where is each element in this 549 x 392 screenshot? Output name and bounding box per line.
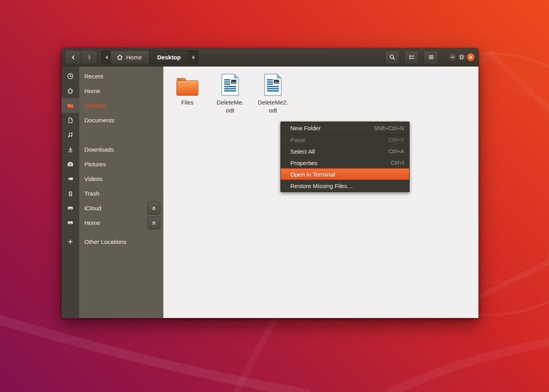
back-icon — [70, 54, 76, 61]
home-breadcrumb-icon — [116, 54, 123, 61]
path-bar: Home Desktop — [101, 50, 198, 64]
close-icon — [469, 55, 473, 59]
home-icon — [67, 88, 74, 94]
sidebar-item-other-locations[interactable]: Other Locations — [61, 234, 163, 249]
camera-icon — [67, 161, 74, 167]
file-name-line2: odt — [258, 107, 288, 114]
menu-item-shortcut: Ctrl+V — [389, 137, 404, 143]
menu-item-label: Paste — [290, 137, 305, 143]
eject-home-button[interactable] — [147, 216, 160, 229]
breadcrumb-home-label: Home — [126, 54, 142, 61]
folder-icon — [67, 102, 74, 109]
menu-item-shortcut: Shift+Ctrl+N — [374, 125, 404, 131]
sidebar-item-label: Documents — [79, 117, 114, 124]
breadcrumb-desktop[interactable]: Desktop — [149, 51, 189, 64]
document-icon — [67, 117, 74, 124]
sidebar-item-label: Trash — [79, 190, 99, 197]
context-menu: New Folder Shift+Ctrl+N Paste Ctrl+V Sel… — [280, 122, 410, 192]
menu-item-open-in-terminal[interactable]: Open in Terminal — [281, 168, 409, 180]
file-item-deleteme[interactable]: DeleteMe. odt — [211, 72, 249, 114]
folder-large-icon — [175, 77, 199, 97]
menu-item-restore-missing-files[interactable]: Restore Missing Files… — [281, 180, 409, 191]
path-scroll-left-button[interactable] — [102, 51, 111, 64]
file-name-line2: odt — [217, 107, 244, 114]
sidebar-item-home-drive[interactable]: Home — [61, 215, 163, 230]
sidebar-item-label: Desktop — [79, 102, 106, 109]
sidebar-item-pictures[interactable]: Pictures — [61, 157, 163, 171]
sidebar-item-music[interactable] — [61, 127, 163, 142]
writer-document-icon — [263, 73, 283, 97]
sidebar-item-label: Recent — [79, 73, 103, 80]
menu-item-shortcut: Ctrl+I — [391, 160, 404, 166]
breadcrumb-desktop-label: Desktop — [157, 54, 181, 61]
path-scroll-right-button[interactable] — [189, 51, 198, 64]
sidebar-item-trash[interactable]: Trash — [61, 186, 163, 201]
menu-item-label: Restore Missing Files… — [290, 183, 353, 189]
breadcrumb-home[interactable]: Home — [111, 51, 149, 64]
sidebar-item-label: Videos — [79, 175, 103, 182]
view-toggle-button[interactable] — [404, 50, 419, 64]
eject-icon — [151, 220, 157, 226]
search-icon — [389, 54, 396, 61]
sidebar-item-documents[interactable]: Documents — [61, 113, 163, 127]
sidebar-item-label: Home — [79, 219, 100, 226]
headerbar-separator — [444, 52, 444, 63]
plus-icon — [67, 239, 73, 245]
path-next-icon — [193, 55, 195, 59]
video-camera-icon — [67, 175, 74, 182]
sidebar-item-downloads[interactable]: Downloads — [61, 142, 163, 157]
path-prev-icon — [105, 55, 108, 59]
menu-item-label: Select All — [290, 148, 315, 155]
sidebar-item-videos[interactable]: Videos — [61, 171, 163, 186]
clock-icon — [67, 73, 74, 80]
forward-icon — [86, 54, 92, 61]
back-button[interactable] — [65, 51, 81, 64]
maximize-icon — [459, 55, 464, 59]
writer-document-icon — [220, 73, 240, 97]
sidebar-item-label: Pictures — [79, 161, 106, 167]
menu-item-select-all[interactable]: Select All Ctrl+A — [281, 145, 409, 157]
menu-item-paste[interactable]: Paste Ctrl+V — [281, 134, 409, 145]
sidebar-item-label: Downloads — [79, 146, 114, 153]
file-view-area[interactable]: Files — [163, 67, 478, 318]
file-name-line1: Files — [181, 99, 194, 107]
menu-item-properties[interactable]: Properties Ctrl+I — [281, 157, 409, 168]
menu-item-shortcut: Ctrl+A — [389, 148, 404, 154]
music-icon — [67, 131, 74, 138]
maximize-button[interactable] — [458, 53, 466, 61]
trash-icon — [67, 190, 74, 197]
forward-button[interactable] — [81, 51, 97, 64]
hamburger-menu-icon — [428, 54, 435, 61]
list-view-icon — [408, 54, 415, 61]
sidebar-item-label: Home — [79, 88, 100, 94]
drive-icon — [67, 205, 74, 211]
file-item-folder[interactable]: Files — [168, 72, 206, 114]
sidebar-item-icloud[interactable]: iCloud — [61, 201, 163, 215]
window-menu-button[interactable] — [423, 50, 438, 64]
close-button[interactable] — [467, 53, 475, 61]
menu-item-label: Open in Terminal — [290, 171, 335, 178]
menu-item-label: New Folder — [290, 125, 321, 131]
file-name-line1: DeleteMe2. — [258, 99, 288, 107]
file-item-deleteme2[interactable]: DeleteMe2. odt — [254, 72, 292, 114]
menu-item-label: Properties — [290, 160, 317, 166]
minimize-button[interactable] — [448, 53, 457, 61]
headerbar: Home Desktop — [61, 48, 478, 67]
menu-item-new-folder[interactable]: New Folder Shift+Ctrl+N — [281, 122, 409, 134]
eject-icon — [151, 205, 157, 211]
sidebar-item-home[interactable]: Home — [61, 84, 163, 98]
files-window: Home Desktop — [61, 48, 478, 318]
sidebar-item-label: Other Locations — [79, 238, 126, 245]
eject-icloud-button[interactable] — [147, 202, 160, 215]
drive-icon — [67, 219, 74, 226]
download-icon — [67, 147, 74, 153]
sidebar-item-desktop[interactable]: Desktop — [61, 98, 163, 113]
search-button[interactable] — [385, 50, 400, 64]
sidebar: Recent Home Desktop Documents — [61, 67, 163, 318]
sidebar-item-label: iCloud — [79, 205, 101, 211]
minimize-icon — [450, 55, 455, 59]
nav-history-group — [65, 50, 97, 64]
file-name-line1: DeleteMe. — [217, 99, 244, 107]
sidebar-item-recent[interactable]: Recent — [61, 69, 163, 84]
